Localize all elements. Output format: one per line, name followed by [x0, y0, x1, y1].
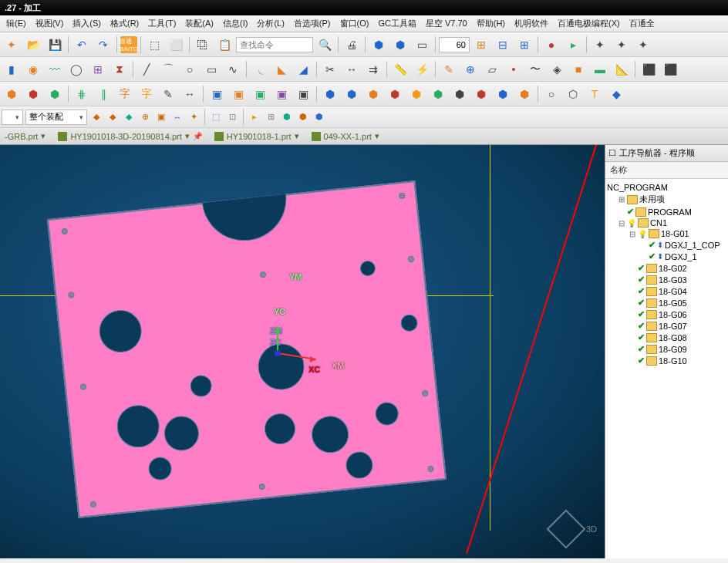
mod3-icon[interactable]: ▣: [250, 84, 270, 104]
open-icon[interactable]: 📂: [23, 35, 43, 55]
sel-icon-13[interactable]: ⬢: [296, 110, 310, 124]
iso3-icon[interactable]: ⬢: [363, 84, 383, 104]
file-tab-3[interactable]: HY1901018-1.prt ▾: [211, 130, 302, 143]
tree-unused[interactable]: ⊞未用项: [607, 193, 726, 206]
spline-icon[interactable]: ∿: [223, 59, 243, 79]
paste-icon[interactable]: 📋: [214, 35, 234, 55]
dropdown-icon[interactable]: ▾: [41, 131, 46, 141]
dropdown-icon[interactable]: ▾: [375, 131, 379, 141]
ruler-icon[interactable]: 📐: [612, 59, 632, 79]
sel-icon-4[interactable]: ⊕: [138, 110, 152, 124]
analyze-icon[interactable]: ⚡: [412, 59, 432, 79]
sel-icon-12[interactable]: ⬢: [280, 110, 294, 124]
measure-icon[interactable]: 📏: [390, 59, 410, 79]
op3-icon[interactable]: ⬢: [45, 84, 65, 104]
record-icon[interactable]: ●: [541, 35, 561, 55]
mod5-icon[interactable]: ▣: [293, 84, 313, 104]
dim-icon[interactable]: ↔: [180, 84, 200, 104]
solid-icon[interactable]: ■: [568, 59, 588, 79]
view2-icon[interactable]: ⬛: [660, 59, 680, 79]
cube1-icon[interactable]: ⬢: [369, 35, 389, 55]
new-icon[interactable]: ✦: [2, 35, 22, 55]
csys1-icon[interactable]: ✦: [590, 35, 610, 55]
menu-info[interactable]: 信息(I): [218, 16, 252, 31]
mod2-icon[interactable]: ▣: [228, 84, 248, 104]
sel-icon-5[interactable]: ▣: [154, 110, 168, 124]
menu-view[interactable]: 视图(V): [31, 16, 69, 31]
iso2-icon[interactable]: ⬢: [342, 84, 362, 104]
sel-icon-7[interactable]: ✦: [187, 110, 201, 124]
sel-icon-1[interactable]: ◆: [89, 110, 103, 124]
mod1-icon[interactable]: ▣: [207, 84, 227, 104]
tree-op-2[interactable]: ✔⬍DGXJ_1: [607, 251, 726, 262]
menu-gctoolbox[interactable]: GC工具箱: [373, 16, 421, 31]
iso8-icon[interactable]: ⬢: [471, 84, 491, 104]
save-icon[interactable]: 💾: [45, 35, 65, 55]
hex-icon[interactable]: ⬡: [563, 84, 583, 104]
op2-icon[interactable]: ⬢: [23, 84, 43, 104]
lasso-icon[interactable]: ⬜: [166, 35, 186, 55]
play-icon[interactable]: ▸: [563, 35, 583, 55]
assembly-dropdown[interactable]: 整个装配: [25, 110, 87, 125]
sweep-icon[interactable]: 〰: [45, 59, 65, 79]
menu-analysis[interactable]: 分析(L): [252, 16, 288, 31]
tree-g01[interactable]: ⊟💡18-G01: [607, 228, 726, 239]
sel-icon-10[interactable]: ▸: [248, 110, 261, 124]
shape-icon[interactable]: ◆: [606, 84, 626, 104]
iso4-icon[interactable]: ⬢: [385, 84, 405, 104]
tree-group-6[interactable]: ✔18-G06: [607, 308, 726, 320]
op1-icon[interactable]: ⬢: [2, 84, 22, 104]
text-icon[interactable]: 字: [136, 84, 157, 104]
iso5-icon[interactable]: ⬢: [406, 84, 426, 104]
menu-window[interactable]: 窗口(O): [335, 16, 374, 31]
rect2-icon[interactable]: ▭: [201, 59, 221, 79]
print-icon[interactable]: 🖨: [342, 35, 362, 55]
tree-group-3[interactable]: ✔18-G03: [607, 274, 726, 285]
menu-format[interactable]: 格式(R): [106, 16, 143, 31]
program-tree[interactable]: NC_PROGRAM ⊞未用项 ✔PROGRAM ⊟💡CN1 ⊟💡18-G01 …: [605, 179, 728, 369]
menu-prefs[interactable]: 首选项(P): [289, 16, 335, 31]
module1-icon[interactable]: ⊟: [493, 35, 513, 55]
cube2-icon[interactable]: ⬢: [390, 35, 410, 55]
tree-group-10[interactable]: ✔18-G10: [607, 355, 726, 366]
file-tab-2[interactable]: HY1901018-3D-20190814.prt ▾ 📌: [55, 130, 204, 143]
circle-icon[interactable]: ○: [180, 59, 200, 79]
numeric-input[interactable]: [439, 37, 470, 52]
menu-jiming[interactable]: 机明软件: [510, 16, 553, 31]
t-icon[interactable]: T: [585, 84, 605, 104]
command-search[interactable]: [236, 37, 313, 52]
copy-icon[interactable]: ⿻: [193, 35, 213, 55]
sel-icon-14[interactable]: ⬢: [312, 110, 326, 124]
iso1-icon[interactable]: ⬢: [320, 84, 340, 104]
sel-icon-6[interactable]: ↔: [170, 110, 184, 124]
workpiece[interactable]: [62, 199, 447, 523]
csys3-icon[interactable]: ✦: [633, 35, 653, 55]
char-icon[interactable]: 字: [115, 84, 135, 104]
sketch-icon[interactable]: ✎: [439, 59, 459, 79]
chamfer-icon[interactable]: ◣: [271, 59, 292, 79]
circle2-icon[interactable]: ○: [541, 84, 561, 104]
file-tab-1[interactable]: -GRB.prt ▾: [2, 130, 49, 143]
iso9-icon[interactable]: ⬢: [493, 84, 513, 104]
iso6-icon[interactable]: ⬢: [428, 84, 448, 104]
point-icon[interactable]: •: [504, 59, 524, 79]
sel-icon-3[interactable]: ◆: [122, 110, 136, 124]
tree-group-5[interactable]: ✔18-G05: [607, 297, 726, 308]
revolve-icon[interactable]: ◉: [23, 59, 43, 79]
draft-icon[interactable]: ◢: [293, 59, 313, 79]
column-header-name[interactable]: 名称: [605, 162, 728, 179]
menu-insert[interactable]: 插入(S): [68, 16, 106, 31]
tree-root[interactable]: NC_PROGRAM: [607, 182, 726, 193]
tree-cn1[interactable]: ⊟💡CN1: [607, 217, 726, 228]
redo-icon[interactable]: ↷: [93, 35, 113, 55]
tree-op-1[interactable]: ✔⬍DGXJ_1_COP: [607, 239, 726, 251]
undo-icon[interactable]: ↶: [72, 35, 92, 55]
tree-program[interactable]: ✔PROGRAM: [607, 206, 726, 217]
canvas-3d[interactable]: YM YC ZM ZC XC XM 3D: [0, 145, 605, 558]
tree-group-4[interactable]: ✔18-G04: [607, 285, 726, 297]
sel-icon-9[interactable]: ⊡: [225, 110, 239, 124]
menu-help[interactable]: 帮助(H): [472, 16, 510, 31]
offset-icon[interactable]: ⇉: [363, 59, 383, 79]
tree-group-2[interactable]: ✔18-G02: [607, 262, 726, 274]
baito-icon[interactable]: 百通BAITO: [120, 36, 137, 53]
